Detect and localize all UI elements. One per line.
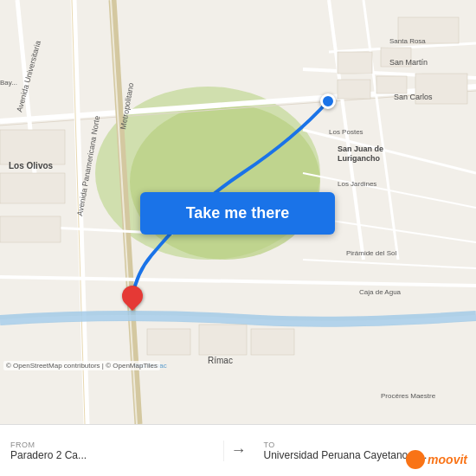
svg-rect-29 <box>199 325 247 355</box>
destination-pin <box>320 93 336 109</box>
moovit-circle-icon <box>406 450 425 469</box>
map-container: Avenida Universitaria Avenida Panamerica… <box>0 0 476 424</box>
svg-rect-30 <box>251 329 294 355</box>
svg-text:Bay...: Bay... <box>0 79 17 87</box>
to-label: To <box>264 441 466 449</box>
svg-rect-25 <box>0 130 65 164</box>
take-me-there-button[interactable]: Take me there <box>140 192 335 235</box>
bottom-bar: From Paradero 2 Ca... → To Universidad P… <box>0 424 476 476</box>
svg-text:Caja de Agua: Caja de Agua <box>359 288 402 296</box>
from-section: From Paradero 2 Ca... <box>0 441 224 461</box>
svg-text:San Juan de: San Juan de <box>338 145 383 153</box>
svg-rect-28 <box>147 329 190 355</box>
svg-point-2 <box>130 104 320 260</box>
svg-text:Procéres Maestre: Procéres Maestre <box>381 392 436 400</box>
svg-rect-20 <box>338 52 372 74</box>
moovit-logo: moovit <box>406 450 467 469</box>
svg-text:San Carlos: San Carlos <box>394 93 433 101</box>
svg-rect-27 <box>0 216 61 242</box>
svg-rect-26 <box>0 173 65 203</box>
svg-text:San Martín: San Martín <box>389 58 428 67</box>
from-value: Paradero 2 Ca... <box>10 449 213 461</box>
origin-pin <box>121 286 144 313</box>
svg-text:Lurigancho: Lurigancho <box>338 154 381 163</box>
map-attribution: © OpenStreetMap contributors | © OpenMap… <box>3 361 160 370</box>
svg-rect-23 <box>376 76 407 93</box>
svg-text:Pirámide del Sol: Pirámide del Sol <box>346 249 396 257</box>
svg-text:Rímac: Rímac <box>208 356 233 365</box>
pin-body <box>118 281 147 311</box>
svg-text:Los Olivos: Los Olivos <box>9 161 54 170</box>
arrow-icon: → <box>224 441 254 460</box>
svg-text:Santa Rosa: Santa Rosa <box>389 37 426 45</box>
moovit-text: moovit <box>428 453 467 466</box>
svg-text:Los Jardines: Los Jardines <box>338 180 376 188</box>
svg-rect-22 <box>338 80 370 99</box>
svg-text:Los Postes: Los Postes <box>329 128 363 136</box>
from-label: From <box>10 441 213 449</box>
